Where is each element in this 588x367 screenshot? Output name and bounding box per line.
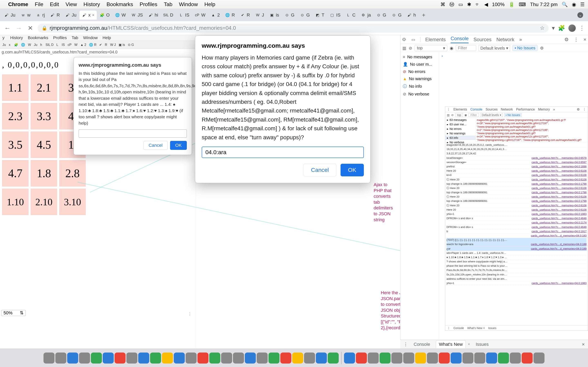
log-row[interactable]: top change is 189.0909090989091cards_use… [447, 182, 587, 186]
nested-tab[interactable]: Sources [485, 108, 498, 111]
card-cell[interactable]: 1.8 [31, 160, 57, 187]
mini-tab[interactable]: 🧩 [13, 42, 19, 48]
browser-tab[interactable]: ww [18, 11, 33, 20]
browser-tab[interactable]: ⊙G [297, 11, 312, 20]
card-cell[interactable]: 2.3 [2, 103, 29, 129]
mini-tab[interactable]: x [8, 42, 12, 48]
sidebar-item[interactable]: ▸No errors [445, 127, 476, 131]
clear-icon[interactable]: ⊘ [409, 46, 412, 50]
sidebar-item[interactable]: ▸63 info [445, 136, 476, 140]
console-body[interactable]: › ⋮ Elements Console Sources Network Per… [439, 52, 588, 349]
sidebar-item[interactable]: ⓘNo info [400, 82, 439, 90]
log-row[interactable]: Here 20cards_usefocus.htm?c… memories=04… [447, 169, 587, 173]
device-icon[interactable]: ▭ [411, 37, 415, 42]
dialog-ok-button[interactable]: OK [341, 164, 364, 176]
browser-tab[interactable]: ⊙G [282, 11, 297, 20]
dock-app[interactable] [114, 352, 126, 364]
dock-app[interactable] [380, 352, 390, 364]
dock-app[interactable] [162, 352, 173, 364]
dock-app[interactable] [198, 352, 208, 364]
spotlight-icon[interactable]: 🔍 [562, 2, 568, 7]
dock-app[interactable] [415, 352, 426, 364]
card-cell[interactable]: 2.1 [31, 75, 57, 101]
card-cell[interactable]: 1.10 [2, 189, 29, 215]
dialog-cancel-button[interactable]: Cancel [303, 164, 336, 176]
zoom-control[interactable]: 50% ⇅ [1, 310, 26, 316]
dialog-input[interactable] [202, 147, 364, 158]
mini-menu[interactable]: Help [103, 35, 111, 40]
tab-elements[interactable]: Elements [425, 37, 446, 42]
log-row[interactable]: cards_usefocus.htm?c… memories=04.0:2174 [447, 221, 587, 225]
zoom-stepper-icon[interactable]: ⇅ [20, 310, 24, 316]
mini-tab[interactable]: W [73, 42, 79, 48]
card-cell[interactable]: 2.10 [31, 189, 57, 215]
dock-app[interactable] [233, 352, 244, 364]
card-cell[interactable]: 3.5 [2, 132, 29, 158]
tab-overflow-icon[interactable]: ⌄ [577, 12, 583, 18]
dock-app[interactable] [510, 352, 521, 364]
drawer-tab[interactable]: Console [453, 326, 464, 330]
dock-app[interactable] [391, 352, 402, 364]
dock-app[interactable] [150, 352, 161, 364]
mini-tab[interactable]: Ju [1, 42, 7, 48]
browser-tab[interactable]: 🖌hi [146, 11, 161, 20]
sidebar-item[interactable]: ▸63 user me... [445, 122, 476, 127]
card-cell[interactable]: 4.5 [31, 132, 57, 158]
log-row[interactable]: wb=Player 1 cards are ... 1.4: cards_use… [447, 251, 587, 255]
mini-tab[interactable]: Ju [33, 42, 39, 48]
browser-tab[interactable]: 🖌Ju [2, 11, 18, 20]
browser-tab[interactable]: ✔R [238, 11, 252, 20]
mini-menu[interactable]: History [10, 35, 23, 40]
drawer-close-icon[interactable]: × [582, 342, 585, 347]
profile-avatar[interactable] [568, 25, 576, 32]
mini-tab[interactable]: L [55, 42, 60, 48]
dock-app[interactable] [268, 352, 279, 364]
filter-input[interactable]: Filter [468, 113, 479, 117]
log-row[interactable]: yhis=1cards_usefocus.htm?c… memories=04.… [447, 281, 587, 285]
context-select[interactable]: top [455, 113, 463, 117]
browser-tab[interactable]: ◩T [312, 11, 327, 20]
settings-icon[interactable]: ⚙ [564, 37, 569, 42]
extensions-icon[interactable]: 🧩 [558, 25, 565, 31]
dock-app[interactable] [221, 352, 232, 364]
drawer-tab-issues[interactable]: Issues [476, 342, 489, 347]
dock-app[interactable] [91, 352, 102, 364]
tab-close-icon[interactable]: × [92, 13, 95, 17]
browser-tab[interactable]: 🖌Ju [63, 11, 79, 20]
log-row[interactable]: Pass,6s,6c,6d,6h,6n,7s,7c,7d,7h,7n,8s,mi… [447, 268, 587, 272]
sidebar-item[interactable]: ▸No warnings [445, 131, 476, 136]
mini-menu[interactable]: Bookmarks [28, 35, 48, 40]
nested-tab[interactable]: Memory [538, 108, 550, 111]
nested-tab[interactable]: Elements [453, 108, 467, 111]
menu-edit[interactable]: Edit [50, 1, 59, 8]
browser-tab[interactable]: 🌐W [112, 11, 128, 20]
dock-app[interactable] [344, 352, 355, 364]
menu-window[interactable]: Window [179, 1, 198, 8]
log-row[interactable]: ♠ 1.10:♣ 1.8:♣ 1.5:♣ 1.1:♣ 1.7:♦ 1.6:♥ 1… [447, 255, 587, 259]
browser-tab[interactable]: 🖌R [48, 11, 62, 20]
siri-icon[interactable]: ◉ [572, 2, 576, 7]
dock-app[interactable] [368, 352, 379, 364]
log-row[interactable]: top change is 189.0909090989091cards_use… [447, 199, 587, 203]
log-row[interactable]: ⓘ Here 20cards_usefocus.htm?c… memories=… [447, 195, 587, 199]
mini-menu[interactable]: Profiles [53, 35, 67, 40]
drawer-tab[interactable]: What's New × [467, 326, 485, 330]
sidebar-item[interactable]: ▸63 messages [445, 118, 476, 122]
bluetooth-icon[interactable]: ✱ [467, 2, 471, 7]
sidebar-item[interactable]: ≡No messages [400, 53, 439, 60]
dock-app[interactable] [316, 352, 327, 364]
menu-profiles[interactable]: Profiles [140, 1, 157, 8]
sidebar-item[interactable]: ▲No warnings [400, 75, 439, 82]
dock-app[interactable] [209, 352, 220, 364]
log-row[interactable]: phase the last winning bid is Pass so wh… [447, 264, 587, 268]
menu-help[interactable]: Help [204, 1, 215, 8]
console-caret-icon[interactable]: › [439, 52, 445, 60]
log-row[interactable]: prefirstcards_usefocus.htm?c… memories=0… [447, 165, 587, 169]
console-log[interactable]: dragorder=8,39,15,18,20,25,0,2, cards_us… [445, 142, 588, 286]
dock-app[interactable] [138, 352, 149, 364]
menu-tab[interactable]: Tab [164, 1, 173, 8]
gear-icon[interactable]: ⚙ [577, 108, 580, 111]
levels-select[interactable]: Default levels ▾ [480, 113, 503, 117]
mini-tab[interactable]: W J [109, 42, 117, 48]
log-row[interactable]: ⓘ Here 20cards_usefocus.htm?c… memories=… [447, 203, 587, 208]
